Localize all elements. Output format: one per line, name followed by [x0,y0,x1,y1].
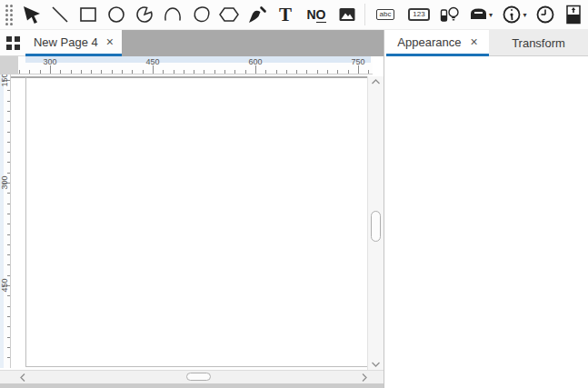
ruler-tick [245,70,246,74]
ruler-tick [7,224,10,224]
tab-bar: New Page 4 × Appearance × Transform [0,30,588,56]
ruler-tick [7,326,10,327]
ruler-tick [337,70,338,74]
ruler-label: 300 [0,175,9,189]
ruler-tick [7,357,10,358]
scroll-right-icon[interactable] [361,373,368,383]
tab-bar-filler [122,30,384,56]
horizontal-scrollbar[interactable] [16,371,371,383]
light-switch-tool[interactable] [439,2,461,27]
pen-icon [247,5,267,25]
rectangle-tool[interactable] [77,2,99,27]
vertical-scrollbar-thumb[interactable] [371,211,381,242]
ruler-tick [276,70,277,74]
app-window: T NO abc 123 [0,0,588,388]
ruler-tick [265,70,266,74]
polygon-tool[interactable] [218,2,240,27]
arc-icon [163,5,183,25]
horizontal-scrollbar-thumb[interactable] [186,373,211,381]
clock-icon [535,5,555,25]
ruler-tick [7,142,10,143]
ellipse-tool[interactable] [105,2,127,27]
numero-tool[interactable]: NO [303,2,330,27]
transform-tab-label: Transform [512,36,565,50]
scroll-up-icon[interactable] [371,78,381,85]
level-tool[interactable] [563,2,584,27]
input-number-tool[interactable]: 123 [405,2,433,27]
vertical-ruler: 150300450 [0,75,11,368]
pen-tool[interactable] [246,2,268,27]
ruler-tick [194,70,194,74]
ruler-tick [224,70,225,74]
ruler-tick [7,254,10,255]
page-tab-label: New Page 4 [34,35,98,49]
ruler-tick [255,65,256,74]
ruler-tick [132,70,133,74]
ruler-tick [7,111,10,112]
ruler-tick [50,65,51,74]
ruler-label: 450 [145,57,159,66]
container-tool[interactable]: ▾ [467,2,494,27]
page-top-edge [11,76,25,78]
line-tool[interactable] [49,2,71,27]
ruler-tick [60,70,61,74]
ruler-tick [122,70,123,74]
ruler-label: 300 [43,57,56,66]
ruler-tick [7,316,10,317]
ruler-tick [7,204,10,204]
grid-icon [6,36,20,50]
ruler-tick [7,173,10,174]
ruler-tick [29,70,30,74]
pages-menu-button[interactable] [0,30,25,56]
ruler-tick [306,70,307,74]
ruler-tick [7,162,10,163]
vertical-scrollbar[interactable] [367,76,384,370]
clock-tool[interactable] [534,2,556,27]
input-text-icon: abc [376,9,395,21]
tab-appearance[interactable]: Appearance × [386,30,489,56]
blob-icon [191,5,211,25]
ruler-tick [7,90,10,91]
ruler-tick [7,132,10,133]
input-number-icon: 123 [408,8,429,22]
ruler-tick [163,70,164,74]
gauge-tool[interactable]: ▾ [501,2,528,27]
bottom-edge-strip [0,383,384,388]
ruler-tick [19,70,20,74]
text-tool[interactable]: T [274,2,296,27]
numero-icon: NO [306,8,325,21]
close-icon[interactable]: × [106,35,114,48]
canvas-page[interactable] [25,76,368,367]
ruler-label: 150 [0,75,9,87]
tab-transform[interactable]: Transform [489,30,588,56]
ruler-label: 600 [248,57,262,66]
ruler-tick [174,70,174,74]
select-icon [22,5,42,25]
ellipse-icon [106,5,126,25]
ruler-tick [153,65,154,74]
ruler-tick [7,347,10,348]
image-icon [337,5,357,25]
scroll-left-icon[interactable] [19,373,26,383]
horizontal-ruler: 300450600750 [18,56,373,75]
container-icon [469,5,488,25]
ruler-tick [7,193,10,194]
ruler-tick [7,244,10,245]
pie-tool[interactable] [134,2,155,27]
ruler-tick [7,337,10,338]
input-text-tool[interactable]: abc [372,2,399,27]
ruler-tick [7,264,10,265]
ruler-tick [204,70,204,74]
toolbar-drag-handle[interactable] [3,3,15,26]
tab-new-page-4[interactable]: New Page 4 × [25,30,122,56]
text-icon: T [279,5,292,25]
close-icon[interactable]: × [470,35,477,48]
image-tool[interactable] [336,2,358,27]
scroll-down-icon[interactable] [371,361,381,368]
blob-tool[interactable] [190,2,212,27]
select-tool[interactable] [21,2,43,27]
ruler-tick [327,70,328,74]
rectangle-icon [78,5,98,25]
arc-tool[interactable] [162,2,184,27]
ruler-tick [368,70,369,74]
